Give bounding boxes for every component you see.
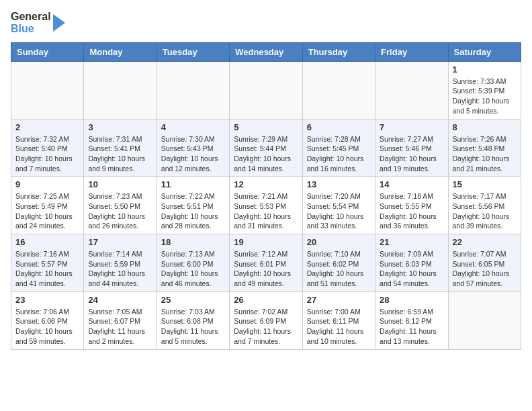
calendar-cell xyxy=(230,61,302,119)
day-number: 13 xyxy=(307,179,371,189)
day-info: Sunrise: 7:06 AM Sunset: 6:06 PM Dayligh… xyxy=(15,307,79,347)
calendar-cell xyxy=(11,61,84,119)
day-info: Sunrise: 7:23 AM Sunset: 5:50 PM Dayligh… xyxy=(88,191,152,231)
calendar-header-sunday: Sunday xyxy=(11,42,84,61)
day-number: 19 xyxy=(234,237,298,247)
day-info: Sunrise: 7:18 AM Sunset: 5:55 PM Dayligh… xyxy=(380,191,443,231)
day-info: Sunrise: 7:12 AM Sunset: 6:01 PM Dayligh… xyxy=(234,249,298,289)
day-number: 14 xyxy=(380,179,443,189)
calendar-header-row: SundayMondayTuesdayWednesdayThursdayFrid… xyxy=(11,42,521,61)
calendar-header-saturday: Saturday xyxy=(448,42,521,61)
day-number: 4 xyxy=(161,122,225,132)
calendar-header-wednesday: Wednesday xyxy=(230,42,302,61)
calendar-cell xyxy=(448,291,521,349)
calendar-cell: 11Sunrise: 7:22 AM Sunset: 5:51 PM Dayli… xyxy=(157,177,229,234)
calendar-cell: 4Sunrise: 7:30 AM Sunset: 5:43 PM Daylig… xyxy=(157,119,229,177)
day-number: 16 xyxy=(15,237,79,247)
calendar-cell: 18Sunrise: 7:13 AM Sunset: 6:00 PM Dayli… xyxy=(157,234,229,292)
calendar-cell: 9Sunrise: 7:25 AM Sunset: 5:49 PM Daylig… xyxy=(11,177,84,234)
logo-blue-text: Blue xyxy=(11,23,51,35)
calendar-cell: 28Sunrise: 6:59 AM Sunset: 6:12 PM Dayli… xyxy=(375,291,448,349)
day-number: 15 xyxy=(453,179,517,189)
calendar-cell: 23Sunrise: 7:06 AM Sunset: 6:06 PM Dayli… xyxy=(11,291,84,349)
logo-general-text: General xyxy=(11,11,51,23)
day-info: Sunrise: 7:16 AM Sunset: 5:57 PM Dayligh… xyxy=(15,249,79,289)
calendar-week-row: 1Sunrise: 7:33 AM Sunset: 5:39 PM Daylig… xyxy=(11,61,521,119)
calendar-cell: 17Sunrise: 7:14 AM Sunset: 5:59 PM Dayli… xyxy=(84,234,157,292)
day-number: 25 xyxy=(161,295,225,305)
calendar-cell: 13Sunrise: 7:20 AM Sunset: 5:54 PM Dayli… xyxy=(302,177,375,234)
day-info: Sunrise: 7:25 AM Sunset: 5:49 PM Dayligh… xyxy=(15,191,79,231)
calendar-cell: 6Sunrise: 7:28 AM Sunset: 5:45 PM Daylig… xyxy=(302,119,375,177)
calendar-cell: 7Sunrise: 7:27 AM Sunset: 5:46 PM Daylig… xyxy=(375,119,448,177)
logo: General Blue xyxy=(11,11,66,36)
day-info: Sunrise: 7:14 AM Sunset: 5:59 PM Dayligh… xyxy=(88,249,152,289)
day-number: 10 xyxy=(88,179,152,189)
calendar-cell: 25Sunrise: 7:03 AM Sunset: 6:08 PM Dayli… xyxy=(157,291,229,349)
day-number: 9 xyxy=(15,179,79,189)
page-header: General Blue xyxy=(11,11,521,36)
day-number: 5 xyxy=(234,122,298,132)
calendar-cell: 10Sunrise: 7:23 AM Sunset: 5:50 PM Dayli… xyxy=(84,177,157,234)
calendar-week-row: 9Sunrise: 7:25 AM Sunset: 5:49 PM Daylig… xyxy=(11,177,521,234)
calendar-week-row: 23Sunrise: 7:06 AM Sunset: 6:06 PM Dayli… xyxy=(11,291,521,349)
calendar-cell: 16Sunrise: 7:16 AM Sunset: 5:57 PM Dayli… xyxy=(11,234,84,292)
day-info: Sunrise: 7:00 AM Sunset: 6:11 PM Dayligh… xyxy=(307,307,371,347)
calendar-cell: 1Sunrise: 7:33 AM Sunset: 5:39 PM Daylig… xyxy=(448,61,521,119)
calendar-cell: 14Sunrise: 7:18 AM Sunset: 5:55 PM Dayli… xyxy=(375,177,448,234)
day-info: Sunrise: 7:30 AM Sunset: 5:43 PM Dayligh… xyxy=(161,134,225,174)
day-number: 7 xyxy=(380,122,443,132)
day-number: 28 xyxy=(380,295,443,305)
calendar-cell xyxy=(157,61,229,119)
day-number: 20 xyxy=(307,237,371,247)
day-info: Sunrise: 7:13 AM Sunset: 6:00 PM Dayligh… xyxy=(161,249,225,289)
day-number: 27 xyxy=(307,295,371,305)
day-number: 22 xyxy=(453,237,517,247)
day-number: 6 xyxy=(307,122,371,132)
calendar-week-row: 2Sunrise: 7:32 AM Sunset: 5:40 PM Daylig… xyxy=(11,119,521,177)
calendar-cell xyxy=(302,61,375,119)
day-number: 12 xyxy=(234,179,298,189)
day-number: 1 xyxy=(453,64,517,75)
calendar-cell: 5Sunrise: 7:29 AM Sunset: 5:44 PM Daylig… xyxy=(230,119,302,177)
day-number: 8 xyxy=(453,122,517,132)
day-info: Sunrise: 7:28 AM Sunset: 5:45 PM Dayligh… xyxy=(307,134,371,174)
logo-container: General Blue xyxy=(11,11,66,36)
calendar-cell: 12Sunrise: 7:21 AM Sunset: 5:53 PM Dayli… xyxy=(230,177,302,234)
calendar-header-friday: Friday xyxy=(375,42,448,61)
calendar-cell: 20Sunrise: 7:10 AM Sunset: 6:02 PM Dayli… xyxy=(302,234,375,292)
day-info: Sunrise: 7:31 AM Sunset: 5:41 PM Dayligh… xyxy=(88,134,152,174)
day-info: Sunrise: 7:22 AM Sunset: 5:51 PM Dayligh… xyxy=(161,191,225,231)
day-number: 26 xyxy=(234,295,298,305)
calendar-cell xyxy=(375,61,448,119)
calendar-cell: 8Sunrise: 7:26 AM Sunset: 5:48 PM Daylig… xyxy=(448,119,521,177)
calendar-cell: 27Sunrise: 7:00 AM Sunset: 6:11 PM Dayli… xyxy=(302,291,375,349)
day-info: Sunrise: 7:21 AM Sunset: 5:53 PM Dayligh… xyxy=(234,191,298,231)
svg-marker-0 xyxy=(53,14,65,32)
calendar-cell: 15Sunrise: 7:17 AM Sunset: 5:56 PM Dayli… xyxy=(448,177,521,234)
logo-chevron-icon xyxy=(53,13,66,33)
calendar-cell: 21Sunrise: 7:09 AM Sunset: 6:03 PM Dayli… xyxy=(375,234,448,292)
day-number: 2 xyxy=(15,122,79,132)
day-number: 18 xyxy=(161,237,225,247)
calendar-cell: 3Sunrise: 7:31 AM Sunset: 5:41 PM Daylig… xyxy=(84,119,157,177)
day-number: 23 xyxy=(15,295,79,305)
day-info: Sunrise: 6:59 AM Sunset: 6:12 PM Dayligh… xyxy=(380,307,443,347)
calendar-cell: 26Sunrise: 7:02 AM Sunset: 6:09 PM Dayli… xyxy=(230,291,302,349)
day-info: Sunrise: 7:07 AM Sunset: 6:05 PM Dayligh… xyxy=(453,249,517,289)
calendar-header-thursday: Thursday xyxy=(302,42,375,61)
day-number: 3 xyxy=(88,122,152,132)
day-number: 11 xyxy=(161,179,225,189)
day-info: Sunrise: 7:26 AM Sunset: 5:48 PM Dayligh… xyxy=(453,134,517,174)
day-number: 21 xyxy=(380,237,443,247)
day-number: 24 xyxy=(88,295,152,305)
calendar-week-row: 16Sunrise: 7:16 AM Sunset: 5:57 PM Dayli… xyxy=(11,234,521,292)
day-info: Sunrise: 7:27 AM Sunset: 5:46 PM Dayligh… xyxy=(380,134,443,174)
day-info: Sunrise: 7:29 AM Sunset: 5:44 PM Dayligh… xyxy=(234,134,298,174)
day-info: Sunrise: 7:20 AM Sunset: 5:54 PM Dayligh… xyxy=(307,191,371,231)
day-info: Sunrise: 7:05 AM Sunset: 6:07 PM Dayligh… xyxy=(88,307,152,347)
calendar-header-monday: Monday xyxy=(84,42,157,61)
calendar-header-tuesday: Tuesday xyxy=(157,42,229,61)
calendar-cell: 22Sunrise: 7:07 AM Sunset: 6:05 PM Dayli… xyxy=(448,234,521,292)
calendar-cell: 24Sunrise: 7:05 AM Sunset: 6:07 PM Dayli… xyxy=(84,291,157,349)
